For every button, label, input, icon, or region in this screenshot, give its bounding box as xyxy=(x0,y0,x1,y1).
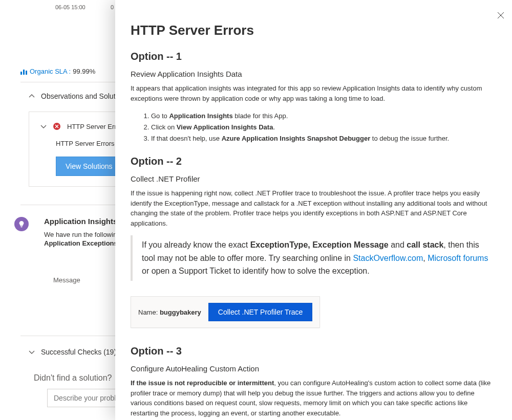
t: , xyxy=(423,254,428,262)
chevron-down-icon xyxy=(40,123,47,129)
option-2-heading: Option -- 2 xyxy=(131,156,497,167)
option-3-body: If the issue is not reproducible or inte… xyxy=(131,378,497,418)
option-2-body: If the issue is happening right now, col… xyxy=(131,188,497,228)
profiler-action-box: Name: buggybakery Collect .NET Profiler … xyxy=(131,296,320,328)
t: Name: xyxy=(138,308,160,316)
t: ExceptionType, Exception Message xyxy=(250,240,389,249)
t: Azure Application Insights Snapshot Debu… xyxy=(222,135,371,142)
t: Click on xyxy=(151,123,177,131)
t: Go to xyxy=(151,112,169,120)
t: . xyxy=(273,123,275,131)
collect-profiler-button[interactable]: Collect .NET Profiler Trace xyxy=(208,303,312,321)
successful-checks-heading[interactable]: Successful Checks (19) xyxy=(29,348,116,356)
t: View Application Insights Data xyxy=(177,123,273,131)
stackoverflow-link[interactable]: StackOverflow.com xyxy=(353,254,423,262)
organic-sla-row[interactable]: Organic SLA : 99.99% xyxy=(20,68,95,75)
t: and xyxy=(389,240,407,249)
step-2: Click on View Application Insights Data. xyxy=(151,122,497,133)
t: or open a Support Ticket to identify how… xyxy=(142,267,370,275)
svg-rect-4 xyxy=(20,226,23,227)
close-button[interactable] xyxy=(493,7,509,24)
successful-checks-label: Successful Checks (19) xyxy=(41,348,116,356)
svg-rect-0 xyxy=(20,72,22,75)
close-icon xyxy=(497,12,504,19)
option-1-body: It appears that application insights was… xyxy=(131,83,497,103)
insights-badge xyxy=(14,217,29,231)
solutions-flyout: HTTP Server Errors Option -- 1 Review Ap… xyxy=(115,0,512,420)
option-2-note: If you already know the exact ExceptionT… xyxy=(131,235,497,281)
option-1-heading: Option -- 1 xyxy=(131,51,497,62)
step-3: If that doesn't help, use Azure Applicat… xyxy=(151,133,497,144)
option-3-subtitle: Configure AutoHealing Custom Action xyxy=(131,364,497,373)
view-solutions-button[interactable]: View Solutions xyxy=(56,157,122,176)
svg-rect-1 xyxy=(23,70,25,75)
step-1: Go to Application Insights blade for thi… xyxy=(151,110,497,122)
t: buggybakery xyxy=(160,308,201,316)
profiler-name: Name: buggybakery xyxy=(138,308,201,316)
chevron-down-icon xyxy=(29,349,35,355)
svg-rect-2 xyxy=(26,71,27,75)
sla-label: Organic SLA : xyxy=(30,68,71,75)
t: to debug the issue further. xyxy=(370,135,449,142)
chart-axis-fragment: 0 xyxy=(111,4,114,10)
lightbulb-icon xyxy=(18,220,25,228)
chevron-up-icon xyxy=(29,93,35,99)
t: If that doesn't help, use xyxy=(151,135,222,142)
ms-forums-link[interactable]: Microsoft forums xyxy=(428,254,488,262)
no-solution-heading: Didn't find a solution? xyxy=(34,373,112,383)
t: Application Insights xyxy=(169,112,232,120)
option-3-heading: Option -- 3 xyxy=(131,345,497,357)
t: call stack xyxy=(407,240,443,249)
ai-body-bold: Application Exceptions xyxy=(44,239,118,247)
bar-chart-icon xyxy=(20,69,28,75)
error-icon xyxy=(53,122,61,130)
panel-title: HTTP Server Errors xyxy=(131,23,497,38)
message-column-header: Message xyxy=(53,276,80,284)
sla-value: 99.99% xyxy=(73,68,95,75)
option-2-subtitle: Collect .NET Profiler xyxy=(131,174,497,183)
observations-heading[interactable]: Observations and Solutions xyxy=(29,92,129,100)
t: If you already know the exact xyxy=(142,240,250,249)
t: If the issue is not reproducible or inte… xyxy=(131,379,274,387)
option-1-subtitle: Review Application Insights Data xyxy=(131,70,497,78)
option-1-steps: Go to Application Insights blade for thi… xyxy=(151,110,497,144)
chart-axis-time: 06-05 15:00 xyxy=(55,4,86,10)
t: blade for this App. xyxy=(233,112,288,120)
